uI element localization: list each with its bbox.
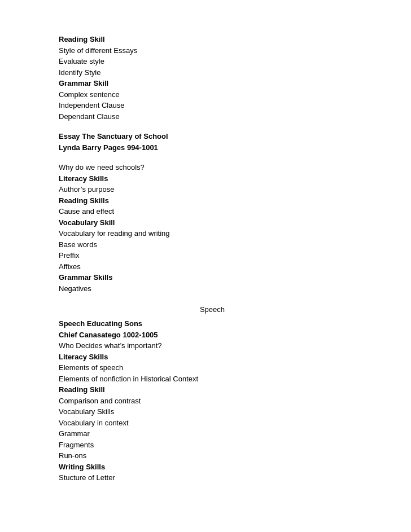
line-literacy-skills-2: Literacy Skills <box>59 351 366 363</box>
line-identify-style: Identify Style <box>59 67 366 78</box>
page-container: Reading Skill Style of different Essays … <box>0 0 411 532</box>
line-structure-letter: Stucture of Letter <box>59 472 366 483</box>
line-grammar: Grammar <box>59 428 366 439</box>
line-essay-title: Essay The Sanctuary of School <box>59 131 366 142</box>
line-speech-educating-sons: Speech Educating Sons <box>59 318 366 329</box>
line-reading-skills-1: Reading Skills <box>59 195 366 206</box>
reading-skill-section: Reading Skill Style of different Essays … <box>59 34 366 122</box>
line-literacy-skills-1: Literacy Skills <box>59 173 366 184</box>
line-base-words: Base words <box>59 239 366 250</box>
line-authors-purpose: Author’s purpose <box>59 184 366 195</box>
line-dependant-clause: Dependant Clause <box>59 111 366 122</box>
line-writing-skills: Writing Skills <box>59 461 366 473</box>
line-elements-speech: Elements of speech <box>59 362 366 373</box>
line-vocab-context: Vocabulary in context <box>59 417 366 429</box>
line-vocabulary-skill: Vocabulary Skill <box>59 217 366 228</box>
line-run-ons: Run-ons <box>59 450 366 461</box>
line-why-schools: Why do we need schools? <box>59 162 366 173</box>
line-grammar-skills: Grammar Skills <box>59 272 366 283</box>
line-chief-canasatego: Chief Canasatego 1002-1005 <box>59 329 366 341</box>
line-grammar-skill: Grammar Skill <box>59 78 366 89</box>
line-vocab-reading-writing: Vocabulary for reading and writing <box>59 228 366 239</box>
line-independent-clause: Independent Clause <box>59 100 366 111</box>
line-preffix: Preffix <box>59 250 366 261</box>
line-vocabulary-skills: Vocabulary Skills <box>59 406 366 417</box>
line-cause-effect: Cause and effect <box>59 206 366 217</box>
essay-header-section: Essay The Sanctuary of School Lynda Barr… <box>59 131 366 153</box>
line-reading-skill: Reading Skill <box>59 34 366 45</box>
line-reading-skill-2: Reading Skill <box>59 384 366 395</box>
essay-content-section: Why do we need schools? Literacy Skills … <box>59 162 366 294</box>
spacer-1 <box>59 493 366 533</box>
speech-section: Speech Educating Sons Chief Canasatego 1… <box>59 318 366 483</box>
line-lynda-barry: Lynda Barry Pages 994-1001 <box>59 142 366 153</box>
line-negatives: Negatives <box>59 283 366 294</box>
line-complex-sentence: Complex sentence <box>59 89 366 100</box>
line-affixes: Affixes <box>59 261 366 272</box>
line-fragments: Fragments <box>59 439 366 451</box>
speech-label: Speech <box>59 305 366 314</box>
line-style-essays: Style of different Essays <box>59 45 366 56</box>
line-comparison-contrast: Comparison and contrast <box>59 395 366 407</box>
line-elements-nonfiction: Elements of nonfiction in Historical Con… <box>59 373 366 385</box>
line-who-decides: Who Decides what’s important? <box>59 340 366 351</box>
line-evaluate-style: Evaluate style <box>59 56 366 67</box>
